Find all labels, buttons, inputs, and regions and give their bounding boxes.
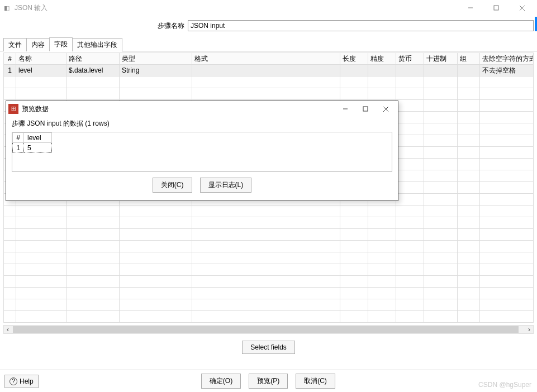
bottom-bar: ? Help 确定(O) 预览(P) 取消(C) <box>0 370 537 392</box>
dialog-title: 预览数据 <box>22 104 49 114</box>
col-decimal[interactable]: 十进制 <box>424 53 458 65</box>
help-button[interactable]: ? Help <box>4 375 39 388</box>
table-row-empty <box>4 276 534 288</box>
title-bar: ◧ JSON 输入 <box>0 0 537 16</box>
dialog-close-button[interactable] <box>376 101 396 117</box>
cell-group[interactable] <box>458 65 480 77</box>
dialog-close-btn[interactable]: 关闭(C) <box>153 178 192 193</box>
table-row-empty <box>4 311 534 323</box>
col-trim[interactable]: 去除空字符的方式 <box>480 53 534 65</box>
step-name-input[interactable] <box>188 20 534 31</box>
dialog-title-bar: 田 预览数据 <box>6 101 398 117</box>
preview-button[interactable]: 预览(P) <box>249 374 288 389</box>
table-row-empty <box>4 241 534 252</box>
dialog-show-log-btn[interactable]: 显示日志(L) <box>200 178 252 193</box>
cell-num: 1 <box>4 65 16 77</box>
tab-fields[interactable]: 字段 <box>49 37 73 51</box>
col-num: # <box>4 53 16 65</box>
table-row-empty <box>4 264 534 276</box>
table-row-empty <box>4 205 534 217</box>
cell-currency[interactable] <box>396 65 424 77</box>
watermark: CSDN @hgSuper <box>478 381 531 389</box>
col-name[interactable]: 名称 <box>16 53 66 65</box>
cancel-button[interactable]: 取消(C) <box>296 374 335 389</box>
svg-rect-5 <box>363 107 368 111</box>
scroll-thumb[interactable] <box>13 326 519 333</box>
focus-edge-indicator <box>535 17 537 31</box>
table-row[interactable]: 1 level $.data.level String 不去掉空格 <box>4 65 534 77</box>
tab-other-output[interactable]: 其他输出字段 <box>72 38 122 51</box>
preview-col-num: # <box>13 133 24 143</box>
cell-name[interactable]: level <box>16 65 66 77</box>
maximize-button[interactable] <box>483 0 509 16</box>
table-row-empty <box>4 288 534 299</box>
svg-rect-1 <box>494 6 498 10</box>
cell-length[interactable] <box>340 65 368 77</box>
scroll-right-icon[interactable]: › <box>525 326 533 333</box>
table-row-empty <box>4 299 534 311</box>
col-precision[interactable]: 精度 <box>368 53 396 65</box>
select-fields-button[interactable]: Select fields <box>242 341 295 354</box>
horizontal-scrollbar[interactable]: ‹ › <box>3 325 534 334</box>
preview-col-level[interactable]: level <box>24 133 52 143</box>
cell-trim[interactable]: 不去掉空格 <box>480 65 534 77</box>
table-row-empty <box>4 77 534 88</box>
col-format[interactable]: 格式 <box>192 53 340 65</box>
cell-type[interactable]: String <box>120 65 192 77</box>
help-icon: ? <box>9 377 17 385</box>
tab-file[interactable]: 文件 <box>3 38 27 51</box>
preview-cell-num: 1 <box>13 143 24 153</box>
preview-header-row: # level <box>13 133 52 143</box>
close-button[interactable] <box>509 0 535 16</box>
tab-bar: 文件 内容 字段 其他输出字段 <box>0 37 537 51</box>
preview-grid: # level 1 5 <box>12 132 52 153</box>
window-title: JSON 输入 <box>15 3 47 13</box>
col-type[interactable]: 类型 <box>120 53 192 65</box>
cell-precision[interactable] <box>368 65 396 77</box>
preview-cell-level: 5 <box>24 143 52 153</box>
preview-row[interactable]: 1 5 <box>13 143 52 153</box>
col-path[interactable]: 路径 <box>66 53 120 65</box>
dialog-app-icon: 田 <box>8 104 18 114</box>
dialog-minimize-button[interactable] <box>335 101 355 117</box>
col-length[interactable]: 长度 <box>340 53 368 65</box>
dialog-grid-wrap: # level 1 5 <box>12 132 392 172</box>
scroll-left-icon[interactable]: ‹ <box>4 326 12 333</box>
dialog-caption: 步骤 JSON input 的数据 (1 rows) <box>6 117 398 132</box>
table-row-empty <box>4 252 534 264</box>
tab-content[interactable]: 内容 <box>26 38 50 51</box>
step-name-label: 步骤名称 <box>3 21 188 31</box>
col-currency[interactable]: 货币 <box>396 53 424 65</box>
col-group[interactable]: 组 <box>458 53 480 65</box>
table-row-empty <box>4 217 534 229</box>
app-icon: ◧ <box>2 3 11 12</box>
cell-path[interactable]: $.data.level <box>66 65 120 77</box>
cell-format[interactable] <box>192 65 340 77</box>
table-row-empty <box>4 229 534 241</box>
ok-button[interactable]: 确定(O) <box>201 374 241 389</box>
minimize-button[interactable] <box>458 0 483 16</box>
dialog-maximize-button[interactable] <box>355 101 376 117</box>
table-row-empty <box>4 88 534 100</box>
step-name-row: 步骤名称 <box>0 16 537 35</box>
cell-decimal[interactable] <box>424 65 458 77</box>
preview-dialog: 田 预览数据 步骤 JSON input 的数据 (1 rows) # leve… <box>6 101 398 201</box>
header-row: # 名称 路径 类型 格式 长度 精度 货币 十进制 组 去除空字符的方式 <box>4 53 534 65</box>
